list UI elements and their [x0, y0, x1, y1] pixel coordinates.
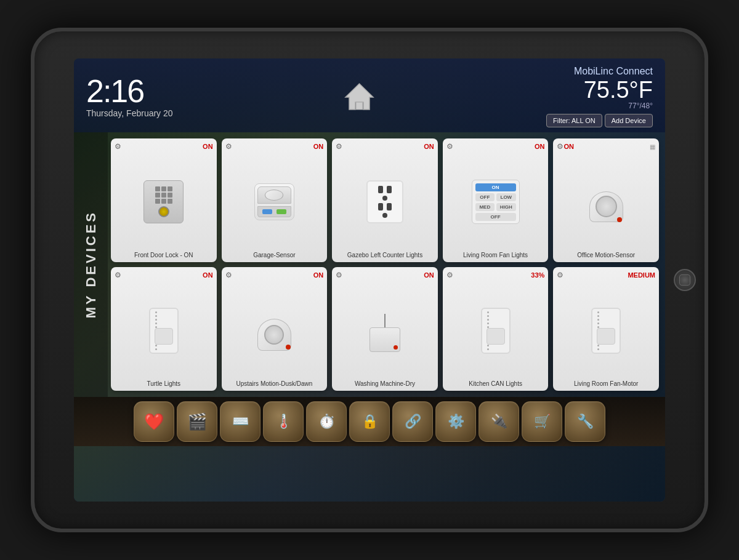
card-top: ⚙ ON [115, 142, 213, 151]
switch3-illustration [591, 308, 621, 354]
outlet-ground2 [382, 213, 387, 218]
filter-button[interactable]: Filter: ALL ON [546, 114, 602, 127]
motion-red-dot [617, 217, 622, 222]
gear-icon[interactable]: ⚙ [446, 142, 453, 151]
fan-off-btn[interactable]: OFF [475, 193, 495, 201]
device-image [225, 281, 324, 380]
home-icon-area[interactable] [341, 78, 378, 115]
add-device-button[interactable]: Add Device [605, 114, 653, 127]
device-image [557, 152, 655, 252]
dot [487, 348, 489, 350]
device-card-office-motion[interactable]: ⚙ ON ▦ Office Motion- [553, 138, 659, 262]
dock-keypad[interactable]: ⌨️ [220, 401, 260, 442]
dock-power[interactable]: 🔌 [479, 401, 519, 442]
header-buttons: Filter: ALL ON Add Device [546, 114, 653, 127]
device-card-garage-sensor[interactable]: ⚙ ON [222, 138, 328, 262]
device-card-gazebo-lights[interactable]: ⚙ ON [332, 138, 438, 262]
motion-lens [596, 196, 617, 217]
gear-icon[interactable]: ⚙ [115, 142, 121, 151]
keypad-btn [155, 193, 160, 198]
svg-rect-1 [356, 102, 363, 110]
time-section: 2:16 Thursday, February 20 [86, 75, 173, 118]
gear-icon[interactable]: ⚙ [336, 142, 342, 151]
dot [597, 322, 599, 324]
dock-cart[interactable]: 🛒 [522, 401, 562, 442]
keypad-btn [155, 199, 160, 204]
device-card-kitchen-lights[interactable]: ⚙ 33% [443, 267, 549, 391]
sensor-bottom [257, 206, 291, 217]
fan-on-btn[interactable]: ON [475, 183, 516, 191]
outlet-illustration [366, 180, 403, 223]
device-card-front-door-lock[interactable]: ⚙ ON [111, 138, 217, 262]
status-badge: ON [313, 271, 324, 279]
tablet-shell: 2:16 Thursday, February 20 MobiLinc Conn… [31, 28, 708, 532]
page-indicator: ▦ [650, 143, 655, 150]
gear-icon[interactable]: ⚙ [115, 271, 121, 279]
fan-low-btn[interactable]: LOW [496, 193, 516, 201]
dot [597, 348, 599, 350]
dot [487, 319, 489, 321]
dock-settings[interactable]: ⚙️ [435, 401, 476, 442]
card-top: ⚙ ON [336, 142, 434, 151]
devices-grid-container: ⚙ ON [108, 132, 665, 397]
dot [155, 315, 157, 317]
dock-thermostat[interactable]: 🌡️ [263, 401, 304, 442]
dot [155, 319, 157, 321]
dock-camera[interactable]: 🎬 [177, 401, 217, 442]
device-card-upstairs-motion[interactable]: ⚙ ON Upstairs Motion-Dusk/Dawn [222, 267, 328, 391]
dots-group4 [595, 345, 617, 350]
device-image [557, 281, 655, 380]
device-label: Garage-Sensor [225, 252, 324, 258]
motion-sensor-illustration [588, 182, 624, 222]
tablet-home-button[interactable] [674, 269, 696, 291]
dock-lock[interactable]: 🔒 [349, 401, 390, 442]
device-card-fan-lights[interactable]: ⚙ ON ON OFF LOW MED HIGH OFF [443, 138, 549, 262]
app-name: MobiLinc Connect [574, 66, 653, 77]
status-badge: 33% [531, 271, 544, 279]
dots-group [485, 311, 507, 328]
temperature: 75.5°F [584, 78, 653, 102]
gear-icon[interactable]: ⚙ [446, 271, 453, 279]
gear-icon[interactable]: ⚙ [225, 271, 232, 279]
outlet-row2 [378, 203, 392, 210]
garage-sensor-illustration [254, 183, 294, 220]
card-top: ⚙ ON [115, 271, 213, 279]
date-display: Thursday, February 20 [86, 108, 173, 118]
dock-timer[interactable]: ⏱️ [306, 401, 347, 442]
device-card-washing-machine[interactable]: ⚙ ON Washing Machine-Dry [332, 267, 438, 391]
status-badge: ON [424, 143, 434, 150]
gear-icon[interactable]: ⚙ [336, 271, 342, 279]
tablet-screen: 2:16 Thursday, February 20 MobiLinc Conn… [74, 58, 665, 502]
fan-high-btn[interactable]: HIGH [496, 203, 516, 211]
dock-favorites[interactable]: ❤️ [134, 401, 174, 442]
dock-link[interactable]: 🔗 [392, 401, 433, 442]
washer-illustration [368, 309, 402, 352]
fan-med-btn[interactable]: MED [475, 203, 495, 211]
status-badge: ON [313, 143, 324, 150]
switch3-paddle [597, 328, 615, 345]
temp-range: 77°/48° [628, 102, 653, 110]
switch2-illustration [481, 308, 511, 354]
device-label: Living Room Fan-Motor [557, 380, 655, 387]
header: 2:16 Thursday, February 20 MobiLinc Conn… [74, 58, 665, 132]
dot [597, 319, 599, 321]
gear-icon[interactable]: ⚙ [557, 142, 563, 151]
home-icon[interactable] [341, 78, 378, 115]
device-label: Office Motion-Sensor [557, 252, 655, 258]
device-label: Washing Machine-Dry [336, 380, 434, 387]
outlet-hole [387, 203, 392, 210]
keypad-btn [161, 193, 166, 198]
device-image [336, 281, 434, 380]
fan-off2-btn[interactable]: OFF [475, 213, 516, 221]
keypad-btn [168, 199, 172, 204]
dot [155, 348, 157, 350]
dot [597, 311, 599, 313]
dock-tools[interactable]: 🔧 [565, 401, 605, 442]
device-label: Gazebo Left Counter Lights [336, 252, 434, 258]
gear-icon[interactable]: ⚙ [225, 142, 232, 151]
dot [487, 311, 489, 313]
device-card-turtle-lights[interactable]: ⚙ ON [111, 267, 217, 391]
dot [597, 345, 599, 346]
gear-icon[interactable]: ⚙ [557, 271, 563, 279]
device-card-fan-motor[interactable]: ⚙ MEDIUM [553, 267, 659, 391]
